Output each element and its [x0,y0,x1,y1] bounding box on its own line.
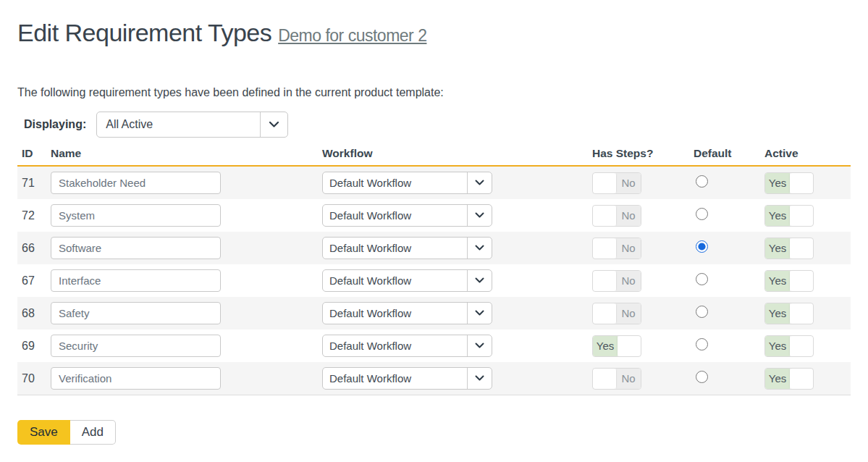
header-default: Default [694,147,764,160]
has-steps-toggle[interactable]: No [592,368,641,390]
requirement-type-id: 68 [17,307,51,320]
has-steps-state-label: No [616,369,641,389]
header-name: Name [51,147,322,160]
workflow-select[interactable]: Default Workflow [322,172,492,194]
displaying-select[interactable]: All Active [96,112,288,138]
default-radio[interactable] [696,371,708,383]
has-steps-state-label: No [616,303,641,324]
default-radio[interactable] [696,306,708,318]
toggle-knob [593,238,616,259]
chevron-down-icon [467,172,492,193]
default-radio[interactable] [696,175,708,188]
default-radio[interactable] [696,240,708,253]
displaying-label: Displaying: [24,118,86,131]
workflow-select[interactable]: Default Workflow [322,237,492,259]
active-state-label: Yes [765,336,790,356]
toggle-knob [593,271,616,291]
name-input[interactable] [51,172,221,194]
chevron-down-icon [467,205,492,226]
has-steps-state-label: No [616,206,641,226]
table-row: 67 Default Workflow No Yes [17,264,851,297]
default-radio[interactable] [696,273,708,285]
has-steps-state-label: No [616,173,641,193]
chevron-down-icon [467,303,492,324]
workflow-select[interactable]: Default Workflow [322,335,492,357]
has-steps-toggle[interactable]: No [592,303,641,324]
chevron-down-icon [467,270,492,291]
chevron-down-icon [467,238,492,259]
active-toggle[interactable]: Yes [764,335,814,357]
toggle-knob [593,173,616,193]
page-title-text: Edit Requirement Types [17,19,271,46]
workflow-select-value: Default Workflow [323,368,467,389]
active-toggle[interactable]: Yes [764,303,814,324]
requirement-type-id: 69 [17,340,51,353]
toggle-knob [790,206,813,226]
toggle-knob [790,336,813,356]
has-steps-state-label: No [616,271,641,291]
workflow-select[interactable]: Default Workflow [322,302,492,324]
has-steps-toggle[interactable]: Yes [592,335,641,357]
active-state-label: Yes [765,369,790,389]
name-input[interactable] [51,237,221,259]
name-input[interactable] [51,302,221,324]
toggle-knob [790,369,813,389]
has-steps-toggle[interactable]: No [592,238,641,259]
table-header: ID Name Workflow Has Steps? Default Acti… [17,147,851,167]
default-radio[interactable] [696,338,708,350]
active-state-label: Yes [765,206,790,226]
page-title: Edit Requirement Types Demo for customer… [17,19,851,47]
workflow-select-value: Default Workflow [323,205,467,226]
has-steps-toggle[interactable]: No [592,205,641,227]
name-input[interactable] [51,335,221,357]
has-steps-toggle[interactable]: No [592,172,641,194]
active-state-label: Yes [765,173,790,193]
active-toggle[interactable]: Yes [764,368,814,390]
toggle-knob [593,206,616,226]
header-workflow: Workflow [322,147,592,160]
name-input[interactable] [51,269,221,292]
toggle-knob [593,369,616,389]
has-steps-toggle[interactable]: No [592,270,641,292]
active-state-label: Yes [765,271,790,291]
toggle-knob [618,336,641,356]
add-button[interactable]: Add [70,420,116,445]
workflow-select[interactable]: Default Workflow [322,204,492,227]
active-state-label: Yes [765,303,790,324]
toggle-knob [790,238,813,259]
chevron-down-icon [467,368,492,389]
workflow-select[interactable]: Default Workflow [322,269,492,292]
table-row: 70 Default Workflow No Yes [17,362,851,395]
workflow-select-value: Default Workflow [323,238,467,259]
has-steps-state-label: Yes [593,336,618,356]
table-row: 72 Default Workflow No Yes [17,199,851,232]
name-input[interactable] [51,204,221,227]
table-row: 66 Default Workflow No Yes [17,232,851,264]
active-toggle[interactable]: Yes [764,172,814,194]
table-row: 69 Default Workflow Yes Yes [17,329,851,362]
toggle-knob [790,303,813,324]
active-toggle[interactable]: Yes [764,238,814,259]
requirement-type-id: 71 [17,177,51,190]
active-toggle[interactable]: Yes [764,270,814,292]
requirement-type-id: 72 [17,209,51,222]
has-steps-state-label: No [616,238,641,259]
workflow-select[interactable]: Default Workflow [322,367,492,390]
requirement-types-table: ID Name Workflow Has Steps? Default Acti… [17,147,851,395]
header-has-steps: Has Steps? [592,147,694,160]
chevron-down-icon [260,112,287,137]
product-template-link[interactable]: Demo for customer 2 [278,26,426,45]
name-input[interactable] [51,367,221,390]
default-radio[interactable] [696,208,708,220]
requirement-type-id: 70 [17,372,51,385]
table-row: 71 Default Workflow No Yes [17,167,851,199]
table-row: 68 Default Workflow No Yes [17,297,851,329]
displaying-select-value: All Active [97,112,260,137]
active-toggle[interactable]: Yes [764,205,814,227]
header-id: ID [17,147,51,160]
toggle-knob [790,271,813,291]
chevron-down-icon [467,335,492,356]
save-button[interactable]: Save [17,420,70,445]
workflow-select-value: Default Workflow [323,335,467,356]
toggle-knob [790,173,813,193]
